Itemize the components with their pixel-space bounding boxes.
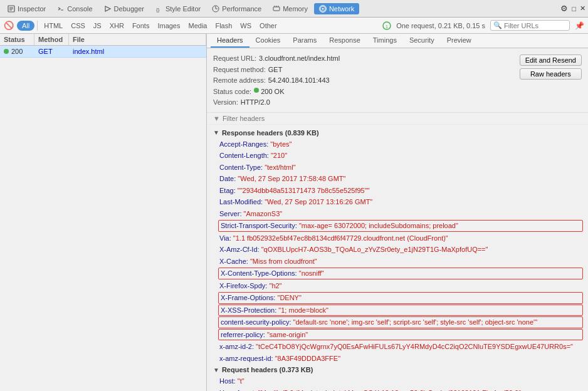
filter-all[interactable]: All: [17, 21, 34, 31]
table-row[interactable]: 200 GET index.html: [0, 46, 206, 58]
main-area: Status Method File 200 GET index.html He…: [0, 34, 588, 391]
col-status: Status: [0, 34, 34, 45]
search-icon: 🔍: [493, 21, 502, 29]
performance-icon: [212, 5, 219, 13]
method-label: Request method:: [213, 65, 266, 76]
devtools-close-icon[interactable]: ✕: [580, 4, 585, 13]
header-value: "1; mode=block": [278, 306, 328, 314]
filter-fonts[interactable]: Fonts: [129, 21, 154, 31]
header-name: Host:: [219, 377, 236, 385]
filter-headers-input[interactable]: [223, 115, 582, 122]
header-item: Server: "AmazonS3": [207, 208, 588, 220]
response-headers-section[interactable]: ▼ Response headers (0.839 KB): [207, 127, 588, 138]
header-value: "Wed, 27 Sep 2017 13:16:26 GMT": [265, 198, 372, 206]
filter-html[interactable]: HTML: [40, 21, 66, 31]
header-name: Content-Type:: [219, 164, 263, 171]
tab-inspector[interactable]: Inspector: [3, 3, 51, 14]
raw-headers-button[interactable]: Raw headers: [520, 68, 582, 80]
tab-style-editor[interactable]: {} Style Editor: [150, 3, 206, 14]
devtools-dock-icon[interactable]: □: [572, 5, 576, 13]
header-value: "default-src 'none'; img-src 'self'; scr…: [293, 318, 537, 326]
tab-timings[interactable]: Timings: [367, 34, 403, 48]
method-value: GET: [268, 65, 283, 76]
clear-requests-icon[interactable]: 🚫: [4, 21, 14, 30]
request-info: Request URL: 3.cloudfront.net/index.html…: [207, 48, 588, 113]
url-label: Request URL:: [213, 53, 256, 65]
tab-network[interactable]: Network: [314, 3, 359, 14]
header-item: referrer-policy: "same-origin": [218, 329, 583, 341]
filter-ws[interactable]: WS: [236, 21, 255, 31]
edit-resend-button[interactable]: Edit and Resend: [520, 55, 582, 66]
header-item: Etag: ""2934dbb48a513171473 7b8c55e525f9…: [207, 185, 588, 197]
tab-params[interactable]: Params: [286, 34, 323, 48]
svg-rect-8: [273, 7, 280, 11]
header-name: Strict-Transport-Security:: [221, 222, 297, 229]
tab-headers[interactable]: Headers: [211, 34, 249, 48]
response-headers-list: Accept-Ranges: "bytes"Content-Length: "2…: [207, 138, 588, 365]
filter-url-box[interactable]: 🔍: [490, 20, 570, 31]
header-item: x-amz-request-id: "8A3F49DDDA3FFE": [207, 353, 588, 365]
filter-css[interactable]: CSS: [67, 21, 89, 31]
version-value: HTTP/2.0: [241, 97, 270, 108]
header-value: "qOXBLUpcH7-AOS3b_TQoALo_zYvZSr0ety_e1jN…: [261, 246, 488, 253]
filter-url-input[interactable]: [504, 22, 567, 29]
filter-flash[interactable]: Flash: [211, 21, 236, 31]
header-name: referrer-policy:: [221, 331, 265, 338]
header-name: Accept-Ranges:: [219, 140, 268, 148]
header-item: Accept-Ranges: "bytes": [207, 138, 588, 150]
tab-security[interactable]: Security: [403, 34, 441, 48]
req-info-left: Request URL: 3.cloudfront.net/index.html…: [213, 53, 517, 108]
devtools-toolbar: Inspector Console Debugger {} Style Edit…: [0, 0, 588, 18]
filter-js[interactable]: JS: [90, 21, 105, 31]
status-indicator: [254, 88, 259, 93]
remote-row: Remote address: 54.240.184.101:443: [213, 75, 517, 86]
col-file: File: [69, 34, 206, 45]
filter-other[interactable]: Other: [256, 21, 281, 31]
tab-response[interactable]: Response: [323, 34, 367, 48]
req-info-right: Edit and Resend Raw headers: [520, 53, 582, 80]
right-panel: Headers Cookies Params Response Timings …: [207, 34, 588, 391]
persist-log-icon[interactable]: 📌: [575, 21, 584, 30]
request-count-icon: 1: [382, 21, 391, 30]
tab-preview[interactable]: Preview: [441, 34, 478, 48]
filter-xhr[interactable]: XHR: [106, 21, 128, 31]
header-item: X-XSS-Protection: "1; mode=block": [218, 305, 583, 316]
header-value: "Wed, 27 Sep 2017 17:58:48 GMT": [238, 175, 345, 182]
svg-text:{}: {}: [156, 7, 160, 13]
header-item: X-Firefox-Spdy: "h2": [207, 280, 588, 292]
header-name: X-Amz-Cf-Id:: [219, 246, 260, 253]
panel-tabs: Headers Cookies Params Response Timings …: [207, 34, 588, 48]
tab-cookies[interactable]: Cookies: [249, 34, 287, 48]
header-item: User-Agent: "Mozilla/5.0 (Macintosh; Int…: [207, 387, 588, 391]
header-value: "1.1 fb052932e5bf47ec8b8134cdf6f47729.cl…: [233, 234, 448, 242]
version-row: Version: HTTP/2.0: [213, 97, 517, 108]
header-name: X-Content-Type-Options:: [221, 269, 297, 277]
header-name: X-Cache:: [219, 258, 248, 265]
header-item: X-Cache: "Miss from cloudfront": [207, 256, 588, 268]
filter-images[interactable]: Images: [154, 21, 184, 31]
debugger-icon: [104, 5, 112, 13]
svg-point-12: [322, 8, 323, 9]
header-item: Via: "1.1 fb052932e5bf47ec8b8134cdf6f477…: [207, 232, 588, 244]
header-item: Last-Modified: "Wed, 27 Sep 2017 13:16:2…: [207, 196, 588, 208]
remote-label: Remote address:: [213, 75, 266, 86]
col-method: Method: [34, 34, 69, 45]
tab-console[interactable]: Console: [52, 3, 97, 14]
header-item: Content-Length: "210": [207, 150, 588, 162]
filter-media[interactable]: Media: [184, 21, 211, 31]
header-value: "same-origin": [267, 331, 308, 338]
tab-debugger[interactable]: Debugger: [99, 3, 149, 14]
status-label: Status code:: [213, 86, 251, 98]
header-name: Last-Modified:: [219, 198, 263, 206]
devtools-settings-icon[interactable]: ⚙: [560, 4, 568, 13]
tab-performance[interactable]: Performance: [207, 3, 266, 14]
svg-text:1: 1: [386, 24, 388, 28]
request-headers-section[interactable]: ▼ Request headers (0.373 KB): [207, 364, 588, 375]
tab-memory[interactable]: Memory: [268, 3, 313, 14]
filter-separator: [37, 21, 38, 31]
header-item: content-security-policy: "default-src 'n…: [218, 316, 583, 328]
headers-content: ▼ Response headers (0.839 KB) Accept-Ran…: [207, 125, 588, 391]
inspect-icon: [8, 5, 15, 13]
memory-icon: [273, 5, 280, 13]
header-name: Via:: [219, 234, 231, 242]
